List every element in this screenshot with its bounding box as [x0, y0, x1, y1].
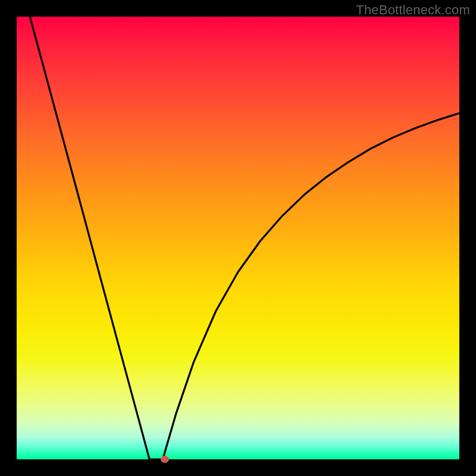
watermark-text: TheBottleneck.com [356, 2, 470, 18]
optimum-marker [161, 456, 169, 463]
chart-frame: TheBottleneck.com [0, 0, 476, 476]
bottleneck-curve [17, 17, 459, 459]
curve-path [30, 17, 459, 459]
